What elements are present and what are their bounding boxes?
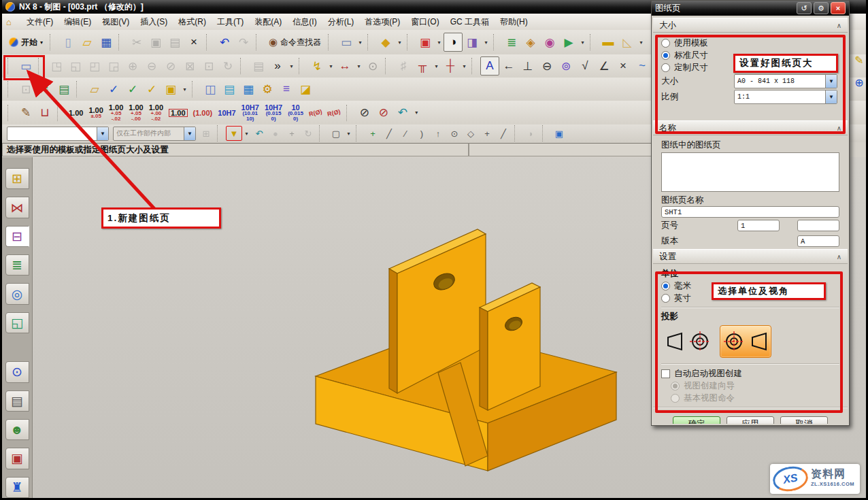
check-annotations-button[interactable]: ✓	[123, 80, 142, 99]
measure-dropdown[interactable]: ▾	[637, 33, 646, 52]
visualization-button[interactable]: ◉	[540, 33, 559, 52]
fit-10h7-limits[interactable]: 10H7 (10.01 10)	[239, 104, 262, 122]
settings-section-header[interactable]: 设置 ∧	[653, 249, 848, 264]
edit-view-button[interactable]: ⊡	[16, 80, 35, 99]
snap-arrow-button[interactable]: ↑	[430, 126, 446, 141]
snap-intersection-button[interactable]: +	[479, 126, 495, 141]
menu-item[interactable]: 文件(F)	[21, 15, 59, 29]
redo-button[interactable]: ↷	[234, 33, 253, 52]
view-list-button[interactable]: ▤	[220, 80, 239, 99]
name-section-header[interactable]: 名称 ∧	[653, 120, 848, 135]
abc-check-button[interactable]: ▣	[161, 80, 180, 99]
target-point-button[interactable]: ⊖	[537, 56, 556, 76]
collapse-icon[interactable]: ∧	[837, 124, 841, 132]
sheet-size-combo[interactable]: A0 - 841 x 118 ▼	[734, 74, 837, 88]
dialog-title-bar[interactable]: 图纸页 ↺⚙×	[652, 1, 849, 16]
check-views-button[interactable]: ✓	[142, 80, 161, 99]
weld-symbol-button[interactable]: ∠	[595, 56, 614, 76]
copy-button[interactable]: ▣	[146, 33, 165, 52]
move-button[interactable]: +	[284, 126, 300, 141]
sphere-button[interactable]: ●	[267, 126, 284, 141]
rapid-dimension-button[interactable]: ↔	[335, 56, 354, 76]
export-dropdown[interactable]: ▾	[482, 33, 490, 52]
return-style-button[interactable]: ↶	[393, 103, 412, 122]
snap-curve-button[interactable]: )	[414, 126, 430, 141]
view-wizard-button[interactable]: ◳	[47, 56, 66, 76]
tol-boxed[interactable]: 1.00	[166, 109, 190, 117]
menu-item[interactable]: 窗口(O)	[405, 15, 444, 29]
delete-button[interactable]: ×	[184, 33, 203, 52]
view-dependent-edit-button[interactable]: ≈	[35, 80, 54, 99]
page-number-secondary-input[interactable]	[797, 220, 839, 231]
snap-midpoint-button[interactable]: ∕	[397, 126, 414, 141]
snap-angled-button[interactable]: ╱	[495, 126, 512, 141]
history-tab[interactable]: ⊙	[5, 361, 29, 382]
fit-10-tol[interactable]: 10 (0.015 0)	[285, 104, 306, 122]
standard-views-button[interactable]: ▤	[249, 56, 268, 76]
radial-leader-2[interactable]: R(Ø)	[324, 110, 344, 116]
collapse-icon[interactable]: ∧	[837, 22, 841, 29]
style-brush-button[interactable]: ✎	[16, 103, 35, 122]
tol-symmetric[interactable]: 1.00 ±.05	[86, 107, 105, 119]
dim-style-button[interactable]: ⊔	[35, 103, 54, 122]
assembly-filter-button[interactable]: ⊞	[198, 126, 214, 141]
close-window-button[interactable]: ▣	[416, 33, 435, 52]
snap-endpoint-button[interactable]: ╱	[381, 126, 397, 141]
close-window-dropdown[interactable]: ▾	[435, 33, 444, 52]
snap-filter-button[interactable]: ▼	[226, 126, 242, 141]
app-menu-icon[interactable]: ⌂	[6, 17, 12, 27]
crosshatch-button[interactable]: ×	[614, 56, 633, 76]
chevron-down-icon[interactable]: ▼	[97, 127, 108, 140]
cut-button[interactable]: ✂	[127, 33, 146, 52]
update-views-button[interactable]: ↻	[218, 56, 237, 76]
autodimension-dropdown[interactable]: ▾	[327, 56, 335, 76]
paste-button[interactable]: ▤	[165, 33, 184, 52]
fit-10h7-tol[interactable]: 10H7 (0.015 0)	[262, 104, 285, 122]
snap-filter-dropdown[interactable]: ▾	[242, 126, 251, 141]
new-file-button[interactable]: ▯	[59, 33, 78, 52]
layer-settings-button[interactable]: ≣	[502, 33, 521, 52]
open-button[interactable]: ▱	[78, 33, 97, 52]
dialog-options-icon[interactable]: ⚙	[814, 2, 829, 14]
constraint-navigator-tab[interactable]: ⋈	[5, 197, 29, 218]
dialog-reset-icon[interactable]: ↺	[797, 2, 812, 14]
wcs-cube-button[interactable]: ▣	[551, 126, 567, 141]
fit-10h7[interactable]: 10H7	[215, 110, 238, 116]
info-button[interactable]: ◆	[376, 33, 395, 52]
hd3d-tools-tab[interactable]: ◱	[5, 312, 29, 333]
menu-item[interactable]: 编辑(E)	[59, 15, 97, 29]
leader-button[interactable]: ←	[499, 56, 518, 76]
section-view-button[interactable]: ⊕	[123, 56, 142, 76]
export-book-button[interactable]: ◨	[463, 33, 482, 52]
tol-upper[interactable]: 1.00 +.05 -.00	[126, 104, 146, 122]
section-line-button[interactable]: ♯	[394, 56, 413, 76]
rapid-dimension-dropdown[interactable]: ▾	[354, 56, 363, 76]
sheet-layout-button[interactable]: ◫	[201, 80, 220, 99]
internet-explorer-tab[interactable]: ◎	[5, 283, 29, 304]
chevron-down-icon[interactable]: ▼	[184, 127, 195, 140]
chevron-down-icon[interactable]: ▼	[825, 75, 837, 88]
return-snap-button[interactable]: ↶	[251, 126, 267, 141]
menu-item[interactable]: 格式(R)	[173, 15, 212, 29]
menu-item[interactable]: 工具(T)	[212, 15, 249, 29]
diameter-symbol-button[interactable]: ⊘	[355, 103, 374, 122]
check-dimensions-button[interactable]: ✓	[104, 80, 123, 99]
datum-feature-button[interactable]: ⊥	[518, 56, 537, 76]
dialog-close-icon[interactable]: ×	[831, 2, 846, 14]
drafting-tools-button[interactable]: ⚙	[258, 80, 277, 99]
dialog-home-dropdown[interactable]: ▾	[356, 33, 365, 52]
page-number-input[interactable]: 1	[737, 220, 780, 231]
size-section-header[interactable]: 大小 ∧	[653, 18, 848, 33]
ok-button[interactable]: 确定	[673, 416, 720, 424]
break-view-button[interactable]: ⊠	[180, 56, 199, 76]
menu-item[interactable]: 分析(L)	[322, 15, 360, 29]
undo-button[interactable]: ↶	[215, 33, 234, 52]
base-view-button[interactable]: ◱	[66, 56, 85, 76]
menu-item[interactable]: 视图(V)	[97, 15, 135, 29]
shaded-display-button[interactable]: ◑	[444, 33, 463, 52]
animation-button[interactable]: ▶	[559, 33, 578, 52]
curve-button[interactable]: ~	[633, 56, 652, 76]
menu-item[interactable]: 装配(A)	[249, 15, 287, 29]
table-search-button[interactable]: ▦	[239, 80, 258, 99]
animation-dropdown[interactable]: ▾	[578, 33, 587, 52]
